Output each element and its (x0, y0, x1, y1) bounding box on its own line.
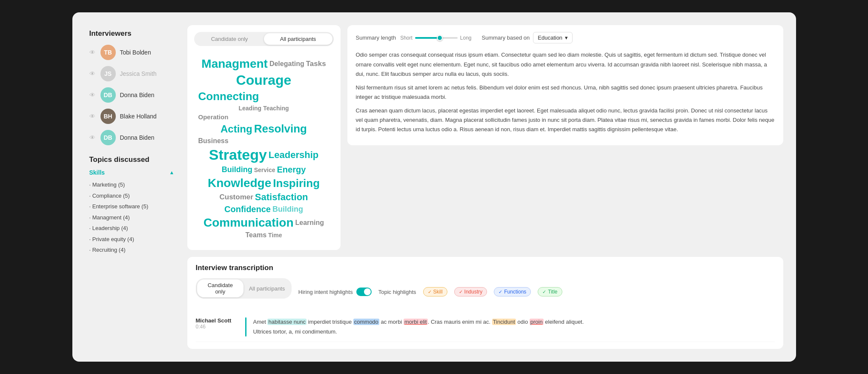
title-check-icon: ✓ (542, 289, 546, 295)
highlight-morbi-elit: morbi elit (404, 319, 428, 325)
word-customer[interactable]: Customer (219, 193, 253, 201)
wordcloud-panel: Candidate only All participants Managmen… (187, 25, 341, 250)
industry-check-icon: ✓ (459, 289, 463, 295)
word-leading[interactable]: Leading (238, 105, 261, 112)
interviewer-item[interactable]: 👁 DB Donna Biden (89, 87, 175, 103)
visibility-icon: 👁 (89, 70, 96, 77)
word-acting[interactable]: Acting (221, 123, 252, 135)
word-service[interactable]: Service (254, 167, 275, 173)
visibility-icon: 👁 (89, 134, 96, 141)
speaker-time: 0:46 (196, 324, 238, 330)
speaker-name: Michael Scott (196, 317, 238, 324)
top-section: Candidate only All participants Managmen… (187, 25, 783, 250)
topic-item[interactable]: · Managment (4) (89, 212, 175, 223)
visibility-icon: 👁 (89, 49, 96, 56)
word-inspiring[interactable]: Inspiring (273, 177, 320, 190)
word-energy[interactable]: Energy (277, 165, 306, 175)
topic-item[interactable]: · Compliance (5) (89, 190, 175, 201)
word-tasks[interactable]: Tasks (306, 60, 326, 68)
transcription-title: Interview transcription (196, 264, 775, 272)
badge-skill[interactable]: ✓ Skill (423, 287, 447, 296)
avatar: DB (100, 87, 116, 103)
skills-header: Skills ▲ (89, 169, 175, 176)
word-delegating[interactable]: Delegating (269, 60, 304, 68)
topic-item[interactable]: · Recruiting (4) (89, 245, 175, 256)
interviewer-name: Tobi Bolden (120, 49, 151, 56)
topic-list: · Marketing (5) · Compliance (5) · Enter… (89, 179, 175, 256)
summary-based-select[interactable]: Education ▾ (533, 32, 573, 43)
word-connecting[interactable]: Connecting (198, 90, 329, 103)
topics-section: Topics discussed Skills ▲ · Marketing (5… (89, 155, 175, 256)
summary-length-slider[interactable] (415, 37, 458, 39)
word-resolving[interactable]: Resolving (254, 122, 307, 135)
word-confidence[interactable]: Confidence (224, 204, 271, 214)
word-building2[interactable]: Building (272, 205, 303, 214)
interviewer-name: Donna Biden (120, 134, 155, 141)
badge-industry[interactable]: ✓ Industry (454, 287, 487, 296)
word-courage[interactable]: Courage (236, 72, 292, 88)
transcript-text: Amet habitasse nunc imperdiet tristique … (253, 317, 775, 336)
transcription-panel: Interview transcription Candidate only A… (187, 257, 783, 348)
candidate-only-toggle[interactable]: Candidate only (195, 33, 264, 45)
badge-title[interactable]: ✓ Title (538, 287, 562, 296)
speaker-info: Michael Scott 0:46 (196, 317, 238, 336)
summary-based-label: Summary based on (482, 35, 530, 41)
avatar: JS (100, 66, 116, 81)
topic-item[interactable]: · Private equity (4) (89, 234, 175, 245)
interviewer-name: Blake Holland (120, 113, 157, 120)
chevron-down-icon: ▾ (565, 35, 568, 41)
chevron-up-icon[interactable]: ▲ (169, 170, 175, 175)
title-label: Title (548, 289, 557, 295)
short-label: Short (400, 35, 413, 41)
skill-label: Skill (433, 289, 443, 295)
word-operation[interactable]: Operation (198, 113, 329, 121)
all-participants-toggle[interactable]: All participants (264, 33, 332, 45)
summary-para-2: Nisl fermentum risus sit amet lorem ac n… (356, 83, 775, 102)
skill-check-icon: ✓ (428, 289, 432, 295)
interviewer-item[interactable]: 👁 JS Jessica Smith (89, 66, 175, 81)
word-leadership[interactable]: Leadership (269, 150, 318, 161)
interviewer-item[interactable]: 👁 BH Blake Holland (89, 109, 175, 124)
summary-para-3: Cras aenean quam dictum lacus, placerat … (356, 106, 775, 134)
word-satisfaction[interactable]: Satisfaction (255, 192, 308, 203)
word-teams[interactable]: Teams (246, 231, 267, 239)
transcription-toolbar: Candidate only All participants Hiring i… (196, 278, 775, 305)
word-strategy[interactable]: Strategy (209, 147, 267, 163)
hiring-intent-switch[interactable] (356, 288, 372, 296)
word-teaching[interactable]: Teaching (263, 105, 289, 112)
summary-length-control: Summary length Short Long (356, 35, 472, 41)
summary-panel: Summary length Short Long Summary based … (347, 25, 783, 145)
highlight-tincidunt: Tincidunt (492, 319, 516, 325)
visibility-icon: 👁 (89, 113, 96, 120)
highlight-commodo: commodo (353, 319, 379, 325)
functions-check-icon: ✓ (498, 289, 502, 295)
sidebar: Interviewers 👁 TB Tobi Bolden 👁 JS Jessi… (81, 25, 183, 348)
wordcloud-toggle-bar: Candidate only All participants (194, 32, 334, 46)
word-learning[interactable]: Learning (295, 219, 324, 227)
word-building1[interactable]: Building (222, 165, 252, 174)
interviewer-item[interactable]: 👁 DB Donna Biden (89, 130, 175, 145)
interviewer-name: Jessica Smith (120, 70, 157, 77)
topic-highlights-label: Topic highlights (378, 289, 416, 295)
summary-based-value: Education (538, 35, 562, 41)
long-label: Long (460, 35, 472, 41)
word-knowledge[interactable]: Knowledge (208, 176, 271, 190)
skills-label[interactable]: Skills (89, 169, 105, 176)
transcript-all-participants[interactable]: All participants (243, 279, 290, 297)
transcription-toggle-bar: Candidate only All participants (196, 278, 292, 299)
highlight-habitasse: habitasse nunc (267, 319, 306, 325)
topic-item[interactable]: · Leadership (4) (89, 223, 175, 234)
topic-item[interactable]: · Enterprise software (5) (89, 201, 175, 212)
badge-functions[interactable]: ✓ Functions (494, 287, 531, 296)
main-content: Candidate only All participants Managmen… (183, 25, 788, 348)
word-communication[interactable]: Communication (203, 216, 294, 230)
transcript-entry: Michael Scott 0:46 Amet habitasse nunc i… (196, 312, 775, 342)
summary-controls: Summary length Short Long Summary based … (356, 32, 775, 43)
interviewer-item[interactable]: 👁 TB Tobi Bolden (89, 45, 175, 60)
slider-container: Short Long (400, 35, 471, 41)
word-time[interactable]: Time (268, 232, 282, 239)
transcript-candidate-only[interactable]: Candidate only (197, 279, 244, 297)
word-business[interactable]: Business (198, 137, 329, 145)
word-managment[interactable]: Managment (201, 57, 268, 71)
topic-item[interactable]: · Marketing (5) (89, 179, 175, 190)
